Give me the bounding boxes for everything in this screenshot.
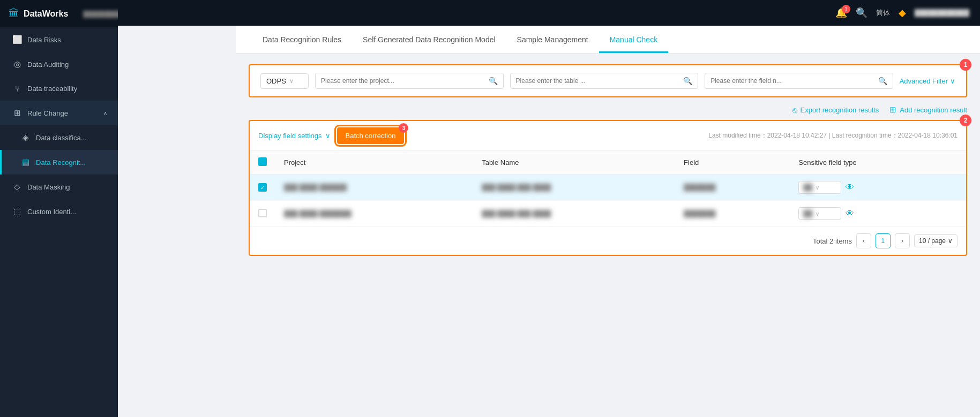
custom-identi-icon: ⬚: [12, 207, 22, 216]
table-toolbar: Display field settings ∨ Batch correctio…: [250, 121, 966, 151]
export-label: Export recognition results: [801, 106, 879, 114]
row-1-field-value: ███████: [684, 184, 716, 191]
table-row: ✓ ███ ████ ██████ ███ ████ ███ ████ ████…: [250, 175, 966, 201]
add-recognition-button[interactable]: ⊞ Add recognition result: [889, 105, 967, 115]
row-2-field: ███████: [675, 201, 790, 227]
table-section: 2 Display field settings ∨ Batch correct…: [249, 120, 967, 256]
row-2-field-value: ███████: [684, 210, 716, 217]
filter-badge-1: 1: [960, 59, 971, 71]
project-search-box[interactable]: 🔍: [315, 73, 504, 89]
sidebar-item-label: Data Recognit...: [36, 158, 107, 166]
batch-correction-label: Batch correction: [346, 132, 396, 140]
row-1-eye-button[interactable]: 👁: [846, 183, 854, 192]
field-search-input[interactable]: [710, 77, 875, 85]
data-masking-icon: ◇: [12, 182, 22, 192]
sidebar-item-label: Custom Identi...: [27, 208, 107, 216]
row-2-checkbox[interactable]: [258, 209, 267, 217]
tab-data-recognition-rules[interactable]: Data Recognition Rules: [252, 28, 352, 53]
select-all-checkbox[interactable]: [258, 157, 267, 166]
sidebar-item-data-traceability[interactable]: ⑂ Data traceability: [0, 77, 118, 101]
language-button[interactable]: 简体: [876, 8, 890, 18]
diamond-icon: ◆: [899, 7, 906, 19]
data-table: Project Table Name Field Sensitive field…: [250, 151, 966, 227]
tab-sample-management[interactable]: Sample Management: [506, 28, 599, 53]
sidebar-item-data-auditing[interactable]: ◎ Data Auditing: [0, 52, 118, 77]
row-1-checkbox[interactable]: ✓: [258, 183, 267, 192]
filter-section: 1 ODPS ∨ 🔍 🔍 🔍 Advanced Filter ∨: [249, 64, 967, 97]
sidebar: 🏛 DataWorks ████████████ ⬜ Data Risks ◎ …: [0, 0, 118, 417]
sidebar-item-label: Rule Change: [27, 109, 98, 117]
select-all-cell[interactable]: [250, 151, 275, 175]
row-1-checkbox-cell[interactable]: ✓: [250, 175, 275, 201]
notification-container: 🔔 1: [835, 7, 847, 19]
table-search-box[interactable]: 🔍: [510, 73, 699, 89]
action-row: ⎋ Export recognition results ⊞ Add recog…: [249, 105, 967, 115]
advanced-filter-label: Advanced Filter: [900, 77, 948, 85]
table-name-column-header: Table Name: [473, 151, 675, 175]
display-field-label: Display field settings: [258, 132, 322, 140]
tabs-bar: Data Recognition Rules Self Generated Da…: [236, 26, 980, 54]
row-1-field-type: ██ ∨ 👁: [790, 175, 966, 201]
row-1-field-type-select[interactable]: ██ ∨: [798, 181, 841, 194]
total-items-label: Total 2 items: [813, 237, 852, 245]
add-icon: ⊞: [889, 105, 896, 115]
field-search-box[interactable]: 🔍: [705, 73, 893, 89]
data-classifica-icon: ◈: [21, 133, 31, 142]
sidebar-item-label: Data traceability: [27, 85, 107, 93]
sidebar-item-data-risks[interactable]: ⬜ Data Risks: [0, 27, 118, 52]
tab-manual-check[interactable]: Manual Check: [599, 28, 669, 53]
page-size-select[interactable]: 10 / page ∨: [914, 234, 957, 247]
sensitive-field-type-column-header: Sensitive field type: [790, 151, 966, 175]
project-search-icon[interactable]: 🔍: [489, 77, 498, 85]
search-icon[interactable]: 🔍: [856, 0, 867, 26]
user-info: ████████████: [915, 9, 969, 17]
export-recognition-button[interactable]: ⎋ Export recognition results: [792, 105, 879, 115]
row-2-checkbox-cell[interactable]: [250, 201, 275, 227]
app-name: DataWorks: [24, 9, 68, 19]
data-traceability-icon: ⑂: [12, 84, 22, 93]
row-1-project: ███ ████ ██████: [275, 175, 473, 201]
advanced-filter-button[interactable]: Advanced Filter ∨: [900, 77, 955, 85]
sidebar-item-label: Data Auditing: [27, 60, 107, 69]
tab-self-generated-model[interactable]: Self Generated Data Recognition Model: [352, 28, 506, 53]
row-2-table-name: ███ ████ ███ ████: [473, 201, 675, 227]
sidebar-header: 🏛 DataWorks ████████████: [0, 0, 118, 27]
project-search-input[interactable]: [321, 77, 485, 85]
page-size-label: 10 / page: [919, 237, 946, 245]
row-1-field-type-value: ██: [803, 184, 812, 191]
sidebar-item-custom-identi[interactable]: ⬚ Custom Identi...: [0, 199, 118, 224]
sidebar-item-rule-change[interactable]: ⊞ Rule Change ∧: [0, 101, 118, 125]
sidebar-item-label: Data classifica...: [36, 134, 107, 142]
data-risks-icon: ⬜: [12, 35, 22, 44]
table-search-input[interactable]: [516, 77, 680, 85]
row-1-table-name-value: ███ ████ ███ ████: [482, 184, 551, 191]
sidebar-item-data-masking[interactable]: ◇ Data Masking: [0, 175, 118, 199]
display-field-settings-button[interactable]: Display field settings ∨: [258, 132, 331, 140]
chevron-down-icon: ∨: [289, 78, 294, 85]
row-1-project-value: ███ ████ ██████: [284, 184, 347, 191]
chevron-down-icon: ∨: [950, 77, 955, 85]
sidebar-item-data-classifica[interactable]: ◈ Data classifica...: [0, 125, 118, 150]
data-auditing-icon: ◎: [12, 59, 22, 69]
row-2-eye-button[interactable]: 👁: [846, 209, 854, 218]
row-2-field-type-select[interactable]: ██ ∨: [798, 207, 841, 220]
field-search-icon[interactable]: 🔍: [878, 77, 887, 85]
data-recognit-icon: ▤: [21, 157, 31, 167]
main-area: Data Recognition Rules Self Generated Da…: [236, 26, 980, 417]
current-page-button[interactable]: 1: [876, 233, 891, 248]
content-area: 1 ODPS ∨ 🔍 🔍 🔍 Advanced Filter ∨: [236, 54, 980, 417]
chevron-up-icon: ∧: [103, 110, 107, 116]
row-1-field: ███████: [675, 175, 790, 201]
source-type-select[interactable]: ODPS ∨: [260, 73, 309, 89]
chevron-down-icon: ∨: [325, 132, 331, 140]
row-1-table-name: ███ ████ ███ ████: [473, 175, 675, 201]
row-2-field-type-value: ██: [803, 210, 812, 217]
next-page-button[interactable]: ›: [895, 233, 910, 248]
prev-page-button[interactable]: ‹: [856, 233, 871, 248]
table-search-icon[interactable]: 🔍: [683, 77, 692, 85]
export-icon: ⎋: [792, 105, 797, 115]
batch-correction-button[interactable]: Batch correction 3: [337, 127, 405, 144]
notification-badge: 1: [842, 5, 850, 13]
add-label: Add recognition result: [900, 106, 967, 114]
sidebar-item-data-recognit[interactable]: ▤ Data Recognit...: [0, 150, 118, 175]
